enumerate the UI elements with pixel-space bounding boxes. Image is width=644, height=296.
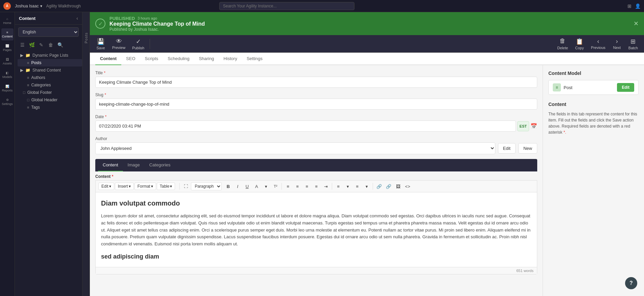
link-icon[interactable]: 🔗 (375, 182, 383, 191)
author-select[interactable]: John Appleseed (95, 142, 495, 154)
sidebar-item-posts[interactable]: ≡ Posts (18, 59, 82, 66)
folder-icon: 📁 (25, 53, 30, 58)
editor-tab-content[interactable]: Content (98, 159, 123, 171)
title-input[interactable] (95, 77, 537, 88)
slug-field-group: Slug * (95, 92, 537, 110)
sidebar-item-categories[interactable]: ≡ Categories (18, 81, 82, 89)
main-content: Title * Slug * Date (90, 65, 644, 296)
content-info-title: Content (548, 102, 639, 107)
edit-menu-button[interactable]: Edit ▾ (98, 183, 114, 190)
paragraph-style-select[interactable]: Paragraph Heading 1 Heading 2 Heading 3 (191, 182, 222, 190)
previous-button[interactable]: ‹ Previous (588, 36, 608, 51)
editor-tab-categories[interactable]: Categories (145, 159, 175, 171)
list-icon[interactable]: ☰ (18, 41, 26, 49)
image-icon[interactable]: 🖼 (394, 182, 402, 191)
table-menu-button[interactable]: Table ▾ (157, 183, 175, 190)
code-icon[interactable]: <> (403, 182, 412, 191)
nav-home[interactable]: ⌂ Home (1, 15, 14, 27)
copy-icon: 📋 (576, 38, 583, 45)
sidebar-item-authors[interactable]: ≡ Authors (18, 74, 82, 81)
tab-seo[interactable]: SEO (121, 53, 140, 65)
sidebar-item-dynamic-page-lists[interactable]: ▶ 📁 Dynamic Page Lists (18, 52, 82, 59)
delete-button[interactable]: 🗑 Delete (554, 36, 571, 51)
nav-home-label: Home (3, 21, 11, 25)
sidebar-item-tags[interactable]: ≡ Tags (18, 104, 82, 111)
italic-icon[interactable]: I (233, 182, 242, 191)
editor-wrapper: Edit ▾ Insert ▾ Format ▾ (95, 180, 537, 274)
unlink-icon[interactable]: 🔗 (384, 182, 393, 191)
format-menu-button[interactable]: Format ▾ (134, 183, 156, 190)
home-icon: ⌂ (6, 17, 8, 21)
superscript-icon[interactable]: T² (271, 182, 280, 191)
language-dropdown[interactable]: English French Spanish (18, 27, 79, 37)
tab-settings[interactable]: Settings (242, 53, 267, 65)
page-icon: □ (23, 90, 25, 95)
chevron-icon: ▶ (20, 68, 23, 73)
tab-content[interactable]: Content (95, 53, 121, 65)
user-menu[interactable]: Joshua Isaac ▾ (15, 4, 42, 8)
banner-close-button[interactable]: ✕ (634, 20, 639, 27)
bullet-dropdown-icon[interactable]: ▾ (343, 182, 352, 191)
bullet-list-icon[interactable]: ≡ (334, 182, 343, 191)
next-button[interactable]: › Next (610, 36, 624, 51)
date-input[interactable] (95, 120, 516, 132)
editor-label: Content * (95, 174, 537, 179)
preview-icon: 👁 (116, 38, 122, 45)
numbered-dropdown-icon[interactable]: ▾ (362, 182, 371, 191)
calendar-icon[interactable]: 📅 (530, 123, 537, 129)
author-edit-button[interactable]: Edit (498, 143, 516, 154)
sidebar-item-global-header[interactable]: □ Global Header (18, 96, 82, 104)
align-justify-icon[interactable]: ≡ (312, 182, 321, 191)
tab-history[interactable]: History (219, 53, 242, 65)
nav-models[interactable]: ◧ Models (1, 69, 14, 81)
sidebar-item-global-footer[interactable]: □ Global Footer (18, 89, 82, 96)
delete-icon[interactable]: 🗑 (47, 41, 55, 49)
search-sidebar-icon[interactable]: 🔍 (56, 41, 64, 49)
nav-assets[interactable]: 🖼 Assets (1, 55, 14, 68)
nav-content[interactable]: ≡ Content (1, 28, 14, 41)
date-required-marker: * (105, 114, 107, 119)
tab-sharing[interactable]: Sharing (194, 53, 219, 65)
text-color-icon[interactable]: A (252, 182, 261, 191)
list-item-icon: ≡ (27, 61, 29, 65)
numbered-list-icon[interactable]: ≡ (353, 182, 362, 191)
text-color-dropdown[interactable]: ▾ (262, 182, 270, 191)
sidebar-collapse-button[interactable]: ‹ (76, 16, 78, 21)
author-new-button[interactable]: New (518, 143, 537, 154)
align-center-icon[interactable]: ≡ (293, 182, 302, 191)
copy-button[interactable]: 📋 Copy (572, 36, 587, 51)
editor-content[interactable]: Diam volutpat commodo Lorem ipsum dolor … (96, 192, 537, 267)
batch-button[interactable]: ⊞ Batch (626, 36, 641, 51)
tab-scripts[interactable]: Scripts (140, 53, 163, 65)
user-icon[interactable]: 👤 (635, 3, 641, 9)
model-name: Post (564, 85, 614, 90)
nav-reports[interactable]: 📊 Reports (1, 82, 14, 95)
slug-input[interactable] (95, 99, 537, 110)
toolbar-separator (150, 39, 150, 49)
delete-icon: 🗑 (560, 37, 566, 45)
model-icon: ≡ (553, 83, 561, 91)
tab-scheduling[interactable]: Scheduling (163, 53, 194, 65)
bold-icon[interactable]: B (224, 182, 232, 191)
save-button[interactable]: 💾 Save (93, 36, 108, 51)
editor-tab-image[interactable]: Image (123, 159, 145, 171)
insert-menu-button[interactable]: Insert ▾ (115, 183, 134, 190)
help-button[interactable]: ? (625, 277, 637, 289)
preview-button[interactable]: 👁 Preview (109, 36, 128, 51)
search-input[interactable] (219, 2, 354, 10)
editor-footer: 651 words (96, 267, 537, 274)
editor-toolbar: Edit ▾ Insert ▾ Format ▾ (96, 181, 537, 192)
publish-button[interactable]: ✓ Publish (129, 36, 147, 51)
model-edit-button[interactable]: Edit (617, 83, 634, 92)
indent-icon[interactable]: ⇥ (321, 182, 330, 191)
tree-icon[interactable]: 🌿 (28, 41, 36, 49)
align-right-icon[interactable]: ≡ (302, 182, 311, 191)
underline-icon[interactable]: U (243, 182, 251, 191)
notifications-icon[interactable]: ⊞ (627, 3, 631, 9)
nav-settings[interactable]: ⚙ Settings (1, 96, 14, 108)
edit-icon[interactable]: ✎ (37, 41, 45, 49)
nav-pages[interactable]: ⬜ Pages (1, 42, 14, 54)
sidebar-item-shared-content[interactable]: ▶ 📁 Shared Content (18, 66, 82, 74)
align-left-icon[interactable]: ≡ (283, 182, 292, 191)
fullscreen-icon[interactable]: ⛶ (181, 182, 190, 191)
